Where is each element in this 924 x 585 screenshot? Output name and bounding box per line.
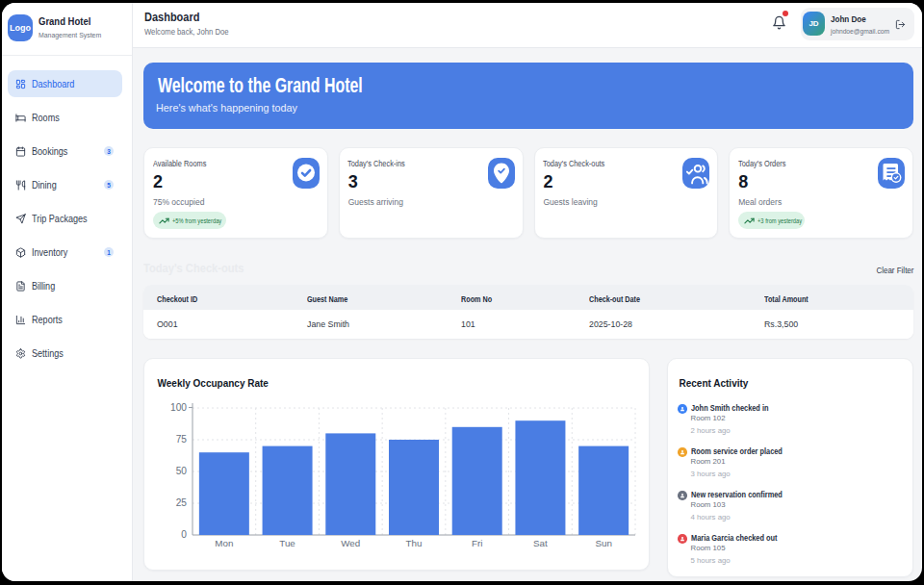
svg-text:Sat: Sat <box>533 538 548 548</box>
svg-text:Wed: Wed <box>341 538 360 548</box>
svg-text:Sun: Sun <box>595 538 611 548</box>
svg-text:Mon: Mon <box>215 538 233 548</box>
svg-text:25: 25 <box>176 497 188 508</box>
svg-text:Thu: Thu <box>406 538 423 548</box>
svg-text:75: 75 <box>176 434 188 445</box>
svg-text:100: 100 <box>170 402 187 413</box>
svg-text:0: 0 <box>181 529 187 540</box>
svg-text:Fri: Fri <box>472 538 482 548</box>
svg-text:50: 50 <box>176 466 188 476</box>
svg-text:Tue: Tue <box>279 538 295 548</box>
